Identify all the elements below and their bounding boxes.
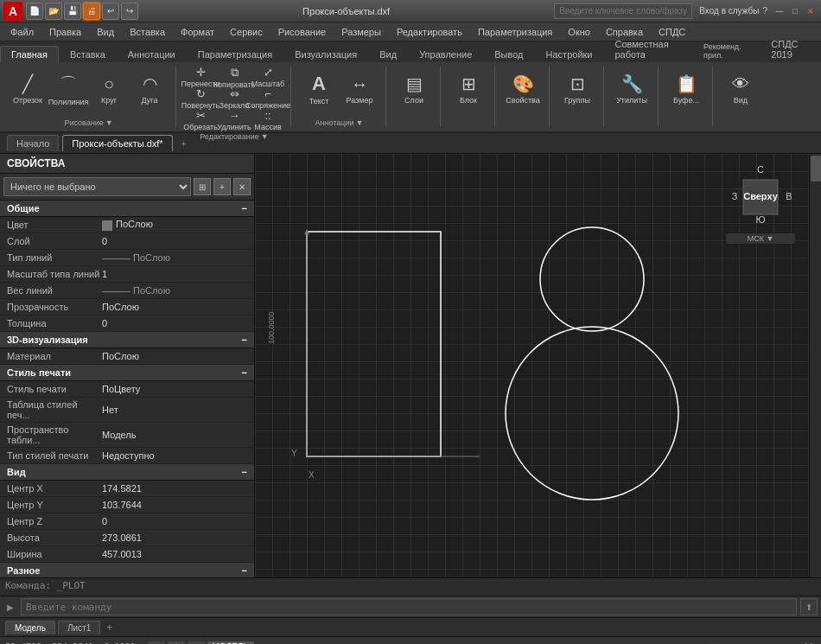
draw-group-label[interactable]: Рисование ▼ xyxy=(64,118,112,127)
text-button[interactable]: AТекст xyxy=(300,67,338,112)
menu-view[interactable]: Вид xyxy=(90,25,121,39)
menu-dimensions[interactable]: Размеры xyxy=(334,25,388,39)
tab-recommended[interactable]: Рекоменд. прил. xyxy=(692,39,760,62)
grid-icon[interactable]: ⊞ xyxy=(705,640,721,645)
zoom-in-icon[interactable]: ⊕ xyxy=(762,640,778,645)
dtab-file[interactable]: Прокси-объекты.dxf* xyxy=(62,135,172,151)
section-view[interactable]: Вид− xyxy=(0,464,254,481)
section-print[interactable]: Стиль печати− xyxy=(0,365,254,381)
prop-centerz: Центр Z 0 xyxy=(0,513,254,530)
tab-visualization[interactable]: Визуализация xyxy=(283,46,368,62)
dimension-button[interactable]: ↔Размер xyxy=(340,67,379,112)
maximize-button[interactable]: □ xyxy=(788,4,802,18)
scrollbar-thumb-vertical[interactable] xyxy=(811,156,821,182)
annot-group-label[interactable]: Аннотации ▼ xyxy=(315,118,364,127)
zoom-out-icon[interactable]: ⊖ xyxy=(781,640,797,645)
props-btn2[interactable]: + xyxy=(213,178,231,195)
ribbon-group-clipboard: 📋Буфе... xyxy=(664,67,713,127)
search-input[interactable] xyxy=(554,3,692,19)
cmd-expand-button[interactable]: ⬆ xyxy=(800,598,818,615)
app-logo[interactable]: A xyxy=(3,2,22,21)
section-misc[interactable]: Разное− xyxy=(0,563,254,577)
menu-window[interactable]: Окно xyxy=(561,25,597,39)
edit-group-label[interactable]: Редактирование ▼ xyxy=(200,132,268,141)
snap-icon[interactable]: :: xyxy=(724,640,740,645)
drawing-circle-bottom xyxy=(506,327,678,500)
copy-button[interactable]: ⧉Копировать xyxy=(219,67,250,87)
new-button[interactable]: 📄 xyxy=(26,3,43,20)
tab-home[interactable]: Главная xyxy=(0,46,59,62)
tab-parametrize[interactable]: Параметризация xyxy=(187,46,283,62)
view-button[interactable]: 👁Вид xyxy=(722,67,760,112)
menu-file[interactable]: Файл xyxy=(3,25,41,39)
user-label[interactable]: Вход в службы xyxy=(699,6,759,16)
props-btn1[interactable]: ⊞ xyxy=(194,178,211,195)
tab-manage[interactable]: Управление xyxy=(408,46,483,62)
open-button[interactable]: 📂 xyxy=(45,3,62,20)
props-btn3[interactable]: ✕ xyxy=(233,178,251,195)
array-button[interactable]: ::Массив xyxy=(252,110,283,131)
trim-button[interactable]: ✂Обрезать xyxy=(185,110,216,131)
canvas-area[interactable]: 100,0000 Y X Сверху С В Ю З xyxy=(255,154,821,577)
prop-width: Ширина 457.0013 xyxy=(0,546,254,563)
menu-service[interactable]: Сервис xyxy=(223,25,270,39)
fullscreen-icon[interactable]: ⛶ xyxy=(800,640,816,645)
utilities-button[interactable]: 🔧Утилиты xyxy=(613,67,651,112)
scrollbar-vertical[interactable] xyxy=(809,154,821,577)
clipboard-button[interactable]: 📋Буфе... xyxy=(667,67,705,112)
layout-tab[interactable]: Лист1 xyxy=(58,621,100,634)
section-3d[interactable]: 3D-визуализация− xyxy=(0,332,254,348)
tab-collab[interactable]: Совместная работа xyxy=(603,35,692,62)
add-layout-button[interactable]: + xyxy=(103,622,116,634)
print-button[interactable]: 🖨 xyxy=(83,3,100,20)
tab-annotations[interactable]: Аннотации xyxy=(117,46,187,62)
tab-spds[interactable]: СПДС 2019 xyxy=(760,35,821,62)
tab-output[interactable]: Вывод xyxy=(483,46,534,62)
main-area: СВОЙСТВА Ничего не выбрано ⊞ + ✕ Общие− … xyxy=(0,154,821,577)
rotate-button[interactable]: ↻Повернуть xyxy=(185,88,216,109)
extend-button[interactable]: →Удлинить xyxy=(219,110,250,131)
menu-format[interactable]: Формат xyxy=(174,25,221,39)
save-button[interactable]: 💾 xyxy=(64,3,81,20)
move-button[interactable]: ✛Перенести xyxy=(185,67,216,87)
msk-label[interactable]: МСК ▼ xyxy=(726,233,795,244)
dtab-add-button[interactable]: + xyxy=(176,136,192,151)
layers-button[interactable]: ▤Слои xyxy=(395,67,433,112)
view-cube[interactable]: Сверху С В Ю З МСК ▼ xyxy=(726,163,795,232)
object-selector[interactable]: Ничего не выбрано xyxy=(3,177,191,196)
svg-text:З: З xyxy=(732,191,738,201)
line-button[interactable]: ╱Отрезок xyxy=(9,67,47,112)
svg-text:Ю: Ю xyxy=(755,214,765,225)
menu-insert[interactable]: Вставка xyxy=(123,25,172,39)
groups-button[interactable]: ⊡Группы xyxy=(558,67,596,112)
block-button[interactable]: ⊞Блок xyxy=(449,67,487,112)
minimize-button[interactable]: — xyxy=(773,4,786,18)
menu-param[interactable]: Параметризация xyxy=(471,25,559,39)
section-general[interactable]: Общие− xyxy=(0,201,254,217)
dtab-start[interactable]: Начало xyxy=(7,135,59,151)
redo-button[interactable]: ↪ xyxy=(121,3,138,20)
tab-settings[interactable]: Настройки xyxy=(535,46,604,62)
model-tabs: Модель Лист1 + xyxy=(0,617,821,636)
menu-draw[interactable]: Рисование xyxy=(271,25,333,39)
scale-button[interactable]: ⤢Масштаб xyxy=(252,67,283,87)
undo-button[interactable]: ↩ xyxy=(102,3,119,20)
close-button[interactable]: ✕ xyxy=(804,4,818,18)
circle-button[interactable]: ○Круг xyxy=(90,67,128,112)
zoom-label[interactable]: 1:1 xyxy=(743,640,759,645)
polyline-button[interactable]: ⌒Полилиния xyxy=(49,67,87,112)
fillet-button[interactable]: ⌐Сопряжение xyxy=(252,88,283,109)
tab-view[interactable]: Вид xyxy=(368,46,408,62)
tab-insert[interactable]: Вставка xyxy=(59,46,117,62)
model-tab[interactable]: Модель xyxy=(5,621,55,634)
prop-centerx: Центр X 174.5821 xyxy=(0,481,254,497)
properties-button[interactable]: 🎨Свойства xyxy=(504,67,542,112)
prop-height: Высота 273.0861 xyxy=(0,530,254,546)
command-input[interactable] xyxy=(21,598,797,615)
prop-material: Материал ПоСлою xyxy=(0,348,254,365)
cmd-icon: ▶ xyxy=(3,600,17,614)
arc-button[interactable]: ◠Дуга xyxy=(130,67,169,112)
menu-edit[interactable]: Правка xyxy=(42,25,88,39)
help-label[interactable]: ? xyxy=(762,6,767,16)
menu-modify[interactable]: Редактировать xyxy=(390,25,469,39)
